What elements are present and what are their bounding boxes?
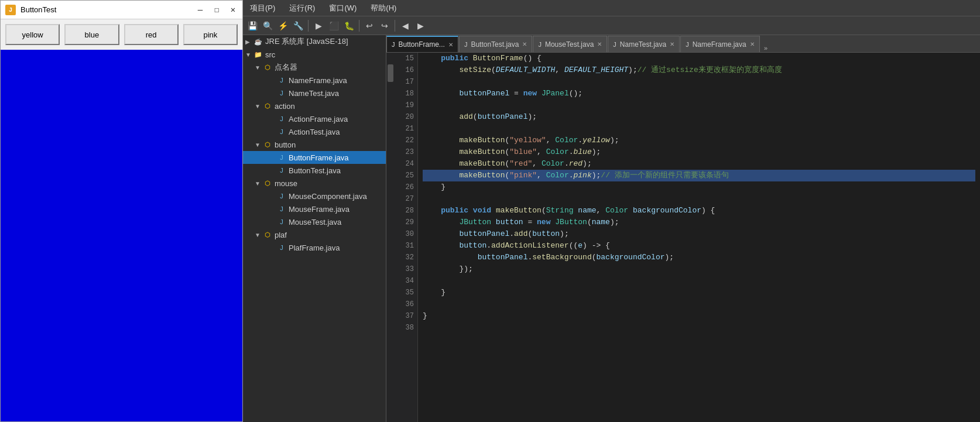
actiontest-label: ActionTest.java — [289, 128, 340, 136]
sidebar-item-plafframe[interactable]: J PlafFrame.java — [243, 241, 386, 254]
sidebar-item-actiontest[interactable]: J ActionTest.java — [243, 125, 386, 138]
sidebar-item-actionframe[interactable]: J ActionFrame.java — [243, 112, 386, 125]
sidebar-item-src[interactable]: ▼ 📁 src — [243, 48, 386, 61]
package-icon-button: ⬡ — [263, 140, 272, 149]
code-content-area[interactable]: public ButtonFrame() { setSize(DEFAULT_W… — [418, 53, 980, 422]
sidebar-item-nameframe[interactable]: J NameFrame.java — [243, 74, 386, 87]
blue-button[interactable]: blue — [64, 24, 119, 45]
sidebar-item-mouse[interactable]: ▼ ⬡ mouse — [243, 177, 386, 190]
toolbar-btn-4[interactable]: 🔧 — [291, 19, 305, 33]
toolbar-btn-9[interactable]: ↪ — [378, 19, 392, 33]
toolbar-separator-2 — [359, 20, 359, 32]
toolbar-btn-2[interactable]: 🔍 — [261, 19, 275, 33]
tab-close-nametest[interactable]: ✕ — [670, 41, 674, 47]
tab-close-buttontest[interactable]: ✕ — [522, 41, 527, 47]
sidebar-item-buttontest[interactable]: J ButtonTest.java — [243, 164, 386, 177]
toolbar-btn-3[interactable]: ⚡ — [276, 19, 290, 33]
sidebar-item-dianmingqi[interactable]: ▼ ⬡ 点名器 — [243, 61, 386, 74]
tab-nametest[interactable]: J NameTest.java ✕ — [608, 36, 680, 52]
eclipse-menubar: 项目(P) 运行(R) 窗口(W) 帮助(H) — [243, 0, 980, 16]
swing-title: ButtonTest — [20, 5, 191, 14]
sidebar-item-mousetest[interactable]: J MouseTest.java — [243, 215, 386, 228]
plafframe-label: PlafFrame.java — [289, 243, 340, 252]
swing-window: J ButtonTest — ☐ ✕ yellow blue red pink — [0, 0, 243, 422]
toolbar-btn-8[interactable]: ↩ — [362, 19, 376, 33]
mousetest-label: MouseTest.java — [289, 218, 341, 227]
tab-mousetest[interactable]: J MouseTest.java ✕ — [533, 36, 607, 52]
toolbar-btn-7[interactable]: 🐛 — [342, 19, 356, 33]
code-line-38 — [423, 322, 975, 334]
tab-label-buttonframe: ButtonFrame... — [399, 40, 445, 49]
tab-icon-mousetest: J — [538, 41, 542, 48]
tab-icon-buttonframe: J — [392, 41, 395, 48]
code-line-16: setSize(DEFAULT_WIDTH, DEFAULT_HEIGHT);/… — [423, 64, 975, 76]
code-line-19 — [423, 100, 975, 111]
tab-nameframe[interactable]: J NameFrame.java ✕ — [680, 36, 760, 52]
tab-icon-nameframe: J — [686, 41, 689, 48]
tab-buttonframe[interactable]: J ButtonFrame... ✕ — [386, 36, 458, 52]
tab-close-nameframe[interactable]: ✕ — [750, 41, 755, 47]
line-num-34: 34 — [406, 275, 414, 287]
menu-item-run[interactable]: 运行(R) — [287, 2, 317, 15]
tab-close-buttonframe[interactable]: ✕ — [448, 42, 453, 48]
close-button[interactable]: ✕ — [228, 5, 238, 15]
tab-buttontest[interactable]: J ButtonTest.java ✕ — [459, 36, 533, 52]
eclipse-main-area: ▶ ☕ JRE 系统库 [JavaSE-18] ▼ 📁 src ▼ ⬡ 点名器 … — [243, 35, 980, 422]
line-num-21: 21 — [406, 123, 414, 135]
yellow-button[interactable]: yellow — [5, 24, 60, 45]
menu-item-window[interactable]: 窗口(W) — [327, 2, 359, 15]
action-label: action — [275, 102, 295, 111]
tab-close-mousetest[interactable]: ✕ — [597, 41, 602, 47]
sidebar-item-plaf[interactable]: ▼ ⬡ plaf — [243, 228, 386, 241]
code-line-18: buttonPanel = new JPanel(); — [423, 88, 975, 100]
actionframe-label: ActionFrame.java — [289, 115, 348, 123]
line-num-37: 37 — [406, 310, 414, 322]
code-line-26: } — [423, 181, 975, 193]
sidebar-item-nametest[interactable]: J NameTest.java — [243, 87, 386, 100]
menu-item-project[interactable]: 项目(P) — [248, 2, 277, 15]
line-num-38: 38 — [406, 322, 414, 334]
line-num-15: 15 — [406, 53, 414, 64]
buttontest-label: ButtonTest.java — [289, 166, 341, 175]
tab-label-buttontest: ButtonTest.java — [471, 40, 519, 49]
sidebar-item-mousecomponent[interactable]: J MouseComponent.java — [243, 190, 386, 203]
mouseframe-label: MouseFrame.java — [289, 205, 349, 214]
sidebar-item-buttonframe[interactable]: J ButtonFrame.java — [243, 151, 386, 164]
toolbar-btn-1[interactable]: 💾 — [245, 19, 259, 33]
sidebar-item-mouseframe[interactable]: J MouseFrame.java — [243, 203, 386, 215]
code-line-36 — [423, 299, 975, 310]
pink-button[interactable]: pink — [183, 24, 238, 45]
toolbar-btn-10[interactable]: ◀ — [398, 19, 412, 33]
java-icon-buttonframe: J — [277, 153, 286, 162]
vertical-scroll-indicator — [386, 53, 395, 422]
sidebar-item-action[interactable]: ▼ ⬡ action — [243, 100, 386, 112]
toolbar-btn-11[interactable]: ▶ — [413, 19, 427, 33]
java-icon-plafframe: J — [277, 243, 286, 252]
line-num-19: 19 — [406, 100, 414, 111]
code-line-33: }); — [423, 263, 975, 275]
src-label: src — [265, 50, 275, 59]
package-icon-mouse: ⬡ — [263, 179, 272, 188]
menu-item-help[interactable]: 帮助(H) — [368, 2, 399, 15]
red-button[interactable]: red — [124, 24, 179, 45]
line-num-26: 26 — [406, 181, 414, 193]
java-icon-mousecomponent: J — [277, 191, 286, 201]
tree-arrow-dianmingqi: ▼ — [255, 64, 263, 71]
code-line-17 — [423, 76, 975, 88]
code-line-32: buttonPanel.setBackground(backgroundColo… — [423, 252, 975, 263]
toolbar-btn-5[interactable]: ▶ — [311, 19, 325, 33]
line-num-22: 22 — [406, 135, 414, 146]
toolbar-btn-6[interactable]: ⬛ — [327, 19, 341, 33]
swing-button-row: yellow blue red pink — [1, 19, 242, 50]
code-line-23: makeButton("blue", Color.blue); — [423, 146, 975, 158]
eclipse-ide: 项目(P) 运行(R) 窗口(W) 帮助(H) 💾 🔍 ⚡ 🔧 ▶ ⬛ 🐛 ↩ … — [243, 0, 980, 422]
sidebar-item-button[interactable]: ▼ ⬡ button — [243, 138, 386, 151]
code-line-34 — [423, 275, 975, 287]
maximize-button[interactable]: ☐ — [212, 5, 221, 15]
package-icon-plaf: ⬡ — [263, 230, 272, 239]
sidebar-item-jre[interactable]: ▶ ☕ JRE 系统库 [JavaSE-18] — [243, 35, 386, 48]
line-num-33: 33 — [406, 263, 414, 275]
java-icon-actiontest: J — [277, 127, 286, 136]
tab-overflow-button[interactable]: » — [760, 45, 772, 52]
minimize-button[interactable]: — — [196, 5, 205, 15]
